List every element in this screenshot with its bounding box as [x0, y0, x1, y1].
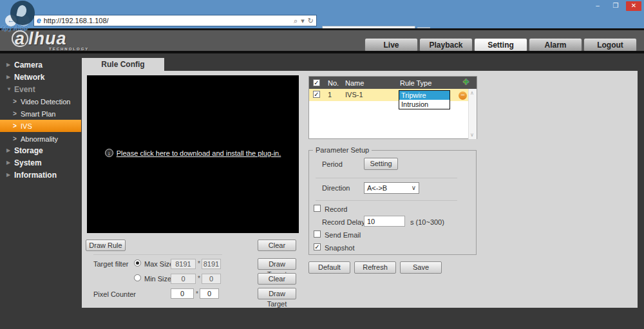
sidebar-label: Smart Plan	[21, 110, 55, 118]
default-button[interactable]: Default	[308, 261, 350, 274]
browser-toolbar: ← → e ⌕ ▾ ↻ e Setting ✕ ⌂ ★ ⚙	[0, 13, 644, 28]
watermark-text: spyshop	[1, 24, 28, 32]
sidebar-item-video-detection[interactable]: > Video Detection	[0, 95, 81, 108]
direction-label: Direction	[322, 184, 350, 192]
pixel-width-input[interactable]	[171, 288, 194, 299]
sidebar-item-network[interactable]: ▶ Network	[0, 71, 81, 83]
record-label: Record	[325, 205, 347, 213]
clear-rule-button[interactable]: Clear	[258, 240, 296, 251]
direction-value: A<->B	[367, 184, 387, 192]
app-header: alhua TECHNOLOGY Live Playback Setting A…	[0, 30, 644, 51]
search-icon[interactable]: ⌕	[294, 17, 298, 25]
period-setting-button[interactable]: Setting	[364, 158, 398, 170]
send-email-checkbox[interactable]: ✓	[314, 230, 321, 238]
rule-type-dropdown: Tripwire Intrusion	[399, 90, 450, 109]
nav-logout-button[interactable]: Logout	[583, 38, 637, 52]
chevron-right-icon: >	[13, 98, 21, 105]
divider	[93, 254, 222, 255]
dropdown-option-intrusion[interactable]: Intrusion	[399, 100, 450, 109]
table-scrollbar[interactable]: ∧ ∨	[468, 89, 477, 139]
pixel-counter-label: Pixel Counter	[93, 290, 136, 298]
sidebar-label: System	[14, 158, 42, 167]
window-titlebar: – ❐ ✕	[0, 0, 644, 13]
minimize-button[interactable]: –	[590, 1, 605, 11]
sidebar-item-system[interactable]: ▶ System	[0, 156, 81, 169]
maximize-button[interactable]: ❐	[608, 1, 623, 11]
scroll-down-icon[interactable]: ∨	[470, 132, 474, 138]
pixel-height-input[interactable]	[200, 288, 219, 299]
draw-rule-button[interactable]: Draw Rule	[86, 240, 126, 251]
row-name: IVS-1	[345, 91, 363, 99]
select-all-checkbox[interactable]: ✓	[313, 79, 320, 86]
nav-alarm-button[interactable]: Alarm	[529, 38, 582, 52]
sidebar-item-ivs[interactable]: > IVS	[0, 120, 81, 132]
record-checkbox[interactable]: ✓	[314, 205, 321, 212]
sidebar-label: Information	[14, 171, 57, 180]
page-favicon-icon: e	[37, 16, 41, 25]
min-width-input[interactable]	[171, 274, 196, 284]
snapshot-checkbox[interactable]: ✓	[314, 243, 321, 250]
delete-rule-icon[interactable]: −	[459, 91, 467, 100]
expand-arrow-icon: ▶	[6, 172, 14, 178]
close-button[interactable]: ✕	[626, 1, 641, 11]
divider	[316, 200, 457, 201]
max-size-radio[interactable]	[134, 259, 141, 267]
group-legend: Parameter Setup	[313, 146, 372, 154]
tab-rule-config[interactable]: Rule Config	[82, 58, 164, 71]
record-delay-input[interactable]	[364, 216, 405, 227]
sidebar-item-storage[interactable]: ▶ Storage	[0, 144, 81, 156]
sidebar-item-camera[interactable]: ▶ Camera	[0, 59, 81, 71]
max-size-label: Max Size	[144, 260, 173, 268]
expand-arrow-icon: ▶	[6, 74, 14, 80]
max-height-input[interactable]	[202, 259, 221, 269]
add-rule-icon[interactable]: ✚	[463, 78, 469, 86]
max-width-input[interactable]	[171, 259, 196, 269]
logo-text: lhua	[28, 29, 67, 48]
check-icon: ✓	[314, 243, 319, 250]
expand-arrow-icon: ▶	[6, 62, 14, 68]
nav-playback-button[interactable]: Playback	[419, 38, 473, 52]
url-input[interactable]	[44, 17, 294, 24]
sidebar-item-smart-plan[interactable]: > Smart Plan	[0, 108, 81, 120]
scroll-up-icon[interactable]: ∧	[470, 90, 474, 96]
multiply-sign: *	[198, 275, 200, 282]
chevron-right-icon: >	[13, 122, 21, 129]
direction-select[interactable]: A<->B ∨	[364, 182, 419, 194]
chevron-right-icon: >	[13, 135, 21, 142]
collapse-arrow-icon: ▼	[6, 86, 14, 92]
clear-target-button[interactable]: Clear	[258, 273, 296, 285]
download-icon: ↓	[105, 149, 113, 157]
row-checkbox[interactable]: ✓	[313, 91, 320, 98]
col-no: No.	[328, 79, 339, 87]
min-height-input[interactable]	[202, 274, 221, 284]
multiply-sign: *	[198, 260, 200, 267]
watermark-bird-icon	[16, 5, 27, 18]
header-strip	[0, 51, 644, 53]
watermark-logo	[10, 1, 35, 25]
autocomplete-caret-icon[interactable]: ▾	[301, 17, 305, 25]
sidebar-item-event[interactable]: ▼ Event	[0, 83, 81, 95]
pixel-draw-target-button[interactable]: Draw Target	[258, 288, 296, 299]
plugin-notice-row: ↓ Please click here to download and inst…	[87, 149, 299, 157]
address-bar-icons: ⌕ ▾ ↻	[294, 17, 314, 25]
logo-ring: a	[12, 30, 28, 47]
dropdown-option-tripwire[interactable]: Tripwire	[399, 91, 450, 100]
chevron-right-icon: >	[13, 110, 21, 117]
sidebar-item-abnormality[interactable]: > Abnormality	[0, 133, 81, 145]
save-button[interactable]: Save	[400, 261, 442, 274]
plugin-download-link[interactable]: Please click here to download and instal…	[117, 149, 281, 157]
sidebar-label: Camera	[14, 61, 43, 70]
rule-table: ✓ No. Name Rule Type ✚ ✓ 1 IVS-1 Tripwir…	[308, 76, 477, 139]
expand-arrow-icon: ▶	[6, 147, 14, 153]
refresh-icon[interactable]: ↻	[308, 17, 314, 25]
refresh-button[interactable]: Refresh	[354, 261, 396, 274]
nav-setting-button[interactable]: Setting	[474, 38, 527, 52]
draw-target-button[interactable]: Draw Target	[258, 258, 296, 270]
parameter-setup-group: Parameter Setup Period Setting Direction…	[308, 150, 477, 255]
sidebar-item-information[interactable]: ▶ Information	[0, 169, 81, 181]
video-preview-area: ↓ Please click here to download and inst…	[87, 75, 299, 233]
sidebar-label: Abnormality	[21, 135, 58, 143]
nav-live-button[interactable]: Live	[365, 38, 418, 52]
min-size-radio[interactable]	[134, 274, 141, 281]
action-buttons: Default Refresh Save	[308, 261, 442, 274]
